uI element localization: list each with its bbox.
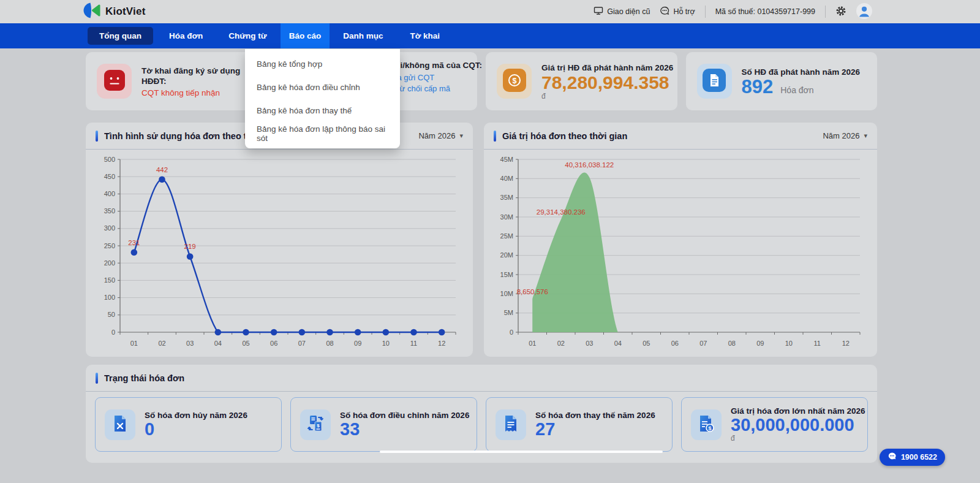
menu-item-bang-ke-thay-the[interactable]: Bảng kê hóa đơn thay thế [245, 99, 400, 122]
usage-chart-panel: Tình hình sử dụng hóa đơn theo thời gian… [86, 123, 473, 357]
cqt-link-1[interactable]: a gửi CQT [398, 73, 435, 82]
header-separator [825, 6, 826, 18]
brand-logo[interactable]: KiotViet [83, 0, 146, 23]
tab-tong-quan[interactable]: Tổng quan [88, 27, 153, 45]
svg-text:08: 08 [728, 340, 736, 347]
issued-value-tile: $ [497, 64, 532, 99]
report-dropdown-menu: Bảng kê tổng hợp Bảng kê hóa đơn điều ch… [245, 49, 400, 148]
menu-item-bang-ke-tong-hop[interactable]: Bảng kê tổng hợp [245, 52, 400, 75]
svg-text:01: 01 [529, 340, 536, 347]
declaration-title-line1: Tờ khai đăng ký sử dụng [141, 66, 240, 76]
summary-cards-row: Tờ khai đăng ký sử dụng HĐĐT: CQT không … [86, 52, 877, 110]
svg-text:8,650,576: 8,650,576 [517, 288, 548, 295]
max-value-number: 30,000,000.000 [731, 416, 865, 434]
invoice-document-icon [703, 69, 726, 94]
svg-text:$: $ [708, 425, 711, 431]
status-cards-row: Số hóa đơn hủy năm 2026 0 $ Số hóa đơn đ… [95, 397, 868, 452]
cqt-link-2[interactable]: ị từ chối cấp mã [394, 84, 451, 93]
adjusted-tile: $ [300, 409, 331, 440]
header-right: Giao diện cũ Hỗ trợ Mã số thuế: 01043597… [594, 0, 872, 23]
usage-year-value: Năm 2026 [418, 131, 455, 140]
tab-hoa-don[interactable]: Hóa đơn [160, 23, 211, 48]
svg-text:150: 150 [104, 276, 115, 284]
issued-value-text: Giá trị HĐ đã phát hành năm 2026 78,280,… [541, 63, 673, 101]
svg-text:5M: 5M [504, 309, 513, 316]
cancelled-value: 0 [145, 420, 247, 438]
old-ui-button[interactable]: Giao diện cũ [594, 6, 650, 17]
svg-text:100: 100 [104, 294, 115, 301]
tab-to-khai[interactable]: Tờ khai [401, 23, 448, 48]
replaced-invoices-card: Số hóa đơn thay thế năm 2026 27 [486, 397, 673, 452]
svg-text:219: 219 [184, 243, 196, 250]
status-section-header: Trạng thái hóa đơn [86, 365, 877, 392]
issued-count-card: Số HĐ đã phát hành năm 2026 892 Hóa đơn [686, 52, 878, 110]
svg-text:02: 02 [158, 340, 165, 347]
hotline-number: 1900 6522 [901, 453, 937, 462]
cancelled-title: Số hóa đơn hủy năm 2026 [145, 411, 247, 420]
user-avatar[interactable] [856, 3, 872, 21]
hotline-chat-button[interactable]: 1900 6522 [880, 449, 945, 466]
svg-text:06: 06 [671, 340, 679, 347]
brand-name: KiotViet [105, 6, 146, 18]
accent-bar [96, 373, 98, 384]
issued-count-tile [697, 64, 732, 99]
invoice-adjust-icon: $ [306, 414, 325, 436]
svg-text:10: 10 [785, 340, 793, 347]
usage-year-select[interactable]: Năm 2026 ▾ [418, 131, 463, 140]
old-ui-label: Giao diện cũ [607, 7, 650, 16]
svg-text:11: 11 [410, 340, 417, 347]
chevron-down-icon: ▾ [459, 132, 463, 140]
tab-danh-muc[interactable]: Danh mục [334, 23, 391, 48]
issued-count-title: Số HĐ đã phát hành năm 2026 [742, 67, 861, 77]
svg-text:250: 250 [104, 242, 115, 249]
horizontal-scrollbar[interactable] [380, 451, 663, 453]
svg-text:15M: 15M [500, 271, 513, 278]
svg-text:09: 09 [756, 340, 764, 347]
main-nav: Tổng quan Hóa đơn Chứng từ Báo cáo Danh … [0, 23, 980, 48]
svg-text:12: 12 [438, 340, 445, 347]
kiotviet-dashboard: KiotViet Giao diện cũ Hỗ trợ Mã số thuế:… [0, 0, 980, 483]
settings-button[interactable] [835, 6, 846, 18]
menu-item-bang-ke-sai-sot[interactable]: Bảng kê hóa đơn lập thông báo sai sót [245, 122, 400, 145]
svg-text:06: 06 [270, 340, 277, 347]
value-chart-header: Giá trị hóa đơn theo thời gian Năm 2026 … [484, 123, 877, 150]
issued-value-number: 78,280,994.358 [541, 74, 673, 92]
svg-text:442: 442 [156, 166, 168, 173]
svg-text:35M: 35M [500, 194, 513, 201]
cqt-card-title-fragment: i/không mã của CQT: [401, 61, 483, 70]
issued-value-title: Giá trị HĐ đã phát hành năm 2026 [541, 63, 673, 73]
svg-text:450: 450 [104, 173, 115, 180]
svg-text:45M: 45M [500, 156, 513, 163]
invoice-status-panel: Trạng thái hóa đơn Số hóa đơn hủy năm 20… [86, 365, 877, 463]
header-separator [705, 6, 706, 18]
top-header: KiotViet Giao diện cũ Hỗ trợ Mã số thuế:… [0, 0, 980, 23]
gear-icon [835, 6, 846, 18]
adjusted-value: 33 [340, 420, 469, 438]
support-button[interactable]: Hỗ trợ [660, 6, 695, 17]
support-label: Hỗ trợ [673, 7, 695, 16]
sad-face-icon [102, 68, 127, 95]
svg-text:11: 11 [814, 340, 821, 347]
menu-item-bang-ke-dieu-chinh[interactable]: Bảng kê hóa đơn điều chỉnh [245, 75, 400, 99]
dollar-coin-icon: $ [503, 69, 526, 94]
svg-text:04: 04 [614, 340, 622, 347]
chat-bubble-icon [660, 6, 669, 17]
value-chart-title: Giá trị hóa đơn theo thời gian [502, 131, 823, 141]
accent-bar [96, 131, 98, 142]
max-value-unit: đ [731, 434, 865, 443]
svg-text:08: 08 [326, 340, 333, 347]
svg-text:02: 02 [557, 340, 565, 347]
replaced-tile [496, 409, 526, 440]
adjusted-title: Số hóa đơn điều chỉnh năm 2026 [340, 411, 469, 420]
value-chart-panel: Giá trị hóa đơn theo thời gian Năm 2026 … [484, 123, 877, 357]
issued-count-text: Số HĐ đã phát hành năm 2026 892 Hóa đơn [742, 67, 861, 96]
value-year-value: Năm 2026 [823, 131, 859, 140]
svg-text:04: 04 [214, 340, 222, 347]
issued-count-unit: Hóa đơn [780, 85, 813, 95]
value-year-select[interactable]: Năm 2026 ▾ [823, 131, 867, 140]
declaration-text: Tờ khai đăng ký sử dụng HĐĐT: CQT không … [141, 66, 240, 97]
svg-text:05: 05 [242, 340, 249, 347]
tab-bao-cao[interactable]: Báo cáo [281, 23, 330, 48]
svg-text:10M: 10M [500, 290, 513, 297]
tab-chung-tu[interactable]: Chứng từ [220, 23, 275, 48]
